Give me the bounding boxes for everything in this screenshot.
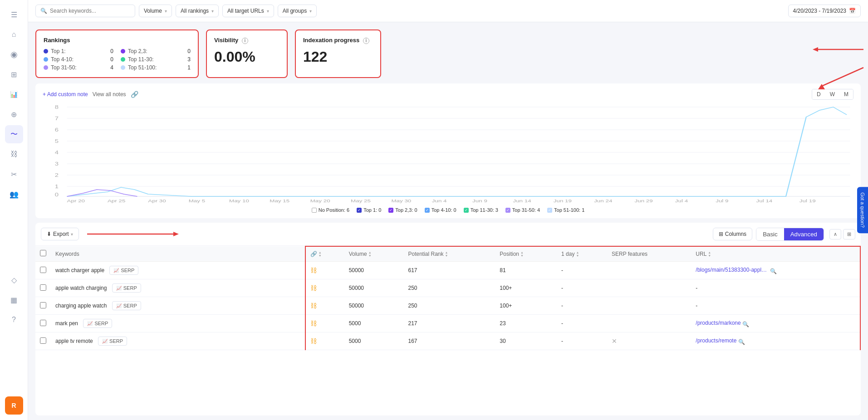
rank-top1130: Top 11-30: 3	[121, 56, 191, 63]
sort-asc-button[interactable]: ∧	[829, 229, 841, 239]
row-checkbox[interactable]	[40, 267, 46, 273]
url-cell: /blogs/main/51383300-apple-watch-chargin…	[691, 262, 860, 279]
groups-filter[interactable]: All groups ▾	[278, 5, 317, 17]
svg-text:Jul 9: Jul 9	[716, 199, 728, 203]
serp-button[interactable]: 📈 SERP	[112, 301, 141, 310]
svg-text:Jun 4: Jun 4	[432, 199, 447, 203]
keyword-column-header: Keywords	[51, 246, 305, 262]
visibility-info-icon[interactable]: i	[242, 38, 248, 44]
grid-icon[interactable]: ⊞	[5, 65, 23, 83]
rank-top1: Top 1: 0	[44, 48, 113, 54]
select-all-checkbox[interactable]	[40, 250, 46, 256]
table-row: charging apple watch 📈 SERP ⛓ 50000 250 …	[35, 297, 860, 315]
table-row: apple watch charging 📈 SERP ⛓ 50000 250 …	[35, 279, 860, 297]
svg-text:Jul 19: Jul 19	[799, 199, 816, 203]
link-icon-cell: ⛓	[305, 297, 344, 315]
stats-area: Rankings Top 1: 0 Top 2,3: 0 Top 4-10	[28, 22, 868, 78]
top23-checkbox[interactable]: ✓	[388, 208, 393, 213]
calendar-icon: 📅	[849, 8, 856, 14]
indexation-value: 122	[303, 49, 373, 65]
period-month-button[interactable]: M	[839, 89, 853, 99]
legend-top23: ✓ Top 2,3: 0	[388, 207, 417, 213]
row-checkbox[interactable]	[40, 284, 46, 291]
users-icon[interactable]: 👥	[5, 185, 23, 203]
chart-icon[interactable]: 📊	[5, 85, 23, 103]
chart-area: 8 7 6 5 4 3 2 1 0	[43, 103, 853, 205]
period-day-button[interactable]: D	[812, 89, 825, 99]
legend-top410: ✓ Top 4-10: 0	[425, 207, 456, 213]
rankings-filter[interactable]: All rankings ▾	[176, 5, 219, 17]
topbar: 🔍 Volume ▾ All rankings ▾ All target URL…	[28, 0, 868, 22]
add-note-button[interactable]: + Add custom note	[43, 91, 88, 98]
svg-text:7: 7	[55, 116, 59, 121]
chart-legend: No Position: 6 ✓ Top 1: 0 ✓ Top 2,3: 0 ✓…	[43, 207, 853, 213]
svg-text:May 25: May 25	[351, 199, 371, 203]
search-icon[interactable]: 🔍	[742, 321, 749, 327]
url-link[interactable]: /products/remote	[696, 337, 736, 344]
top3150-dot	[44, 65, 48, 70]
menu-icon[interactable]: ☰	[5, 5, 23, 24]
row-checkbox[interactable]	[40, 337, 46, 344]
svg-marker-42	[173, 232, 179, 236]
volume-filter[interactable]: Volume ▾	[139, 5, 172, 17]
search-box[interactable]: 🔍	[35, 5, 135, 17]
main-content: 🔍 Volume ▾ All rankings ▾ All target URL…	[28, 0, 868, 420]
globe-icon[interactable]: ⊕	[5, 105, 23, 123]
link-icon[interactable]: ⛓	[5, 145, 23, 163]
oneday-column-header: 1 day ▲▼	[557, 246, 607, 262]
svg-text:Apr 25: Apr 25	[108, 199, 125, 203]
oneday-cell: -	[557, 279, 607, 297]
serp-button[interactable]: 📈 SERP	[112, 283, 141, 293]
trend-icon[interactable]: 〜	[5, 125, 23, 143]
columns-button[interactable]: ⊞ Columns	[713, 228, 752, 240]
rank-top3150: Top 31-50: 4	[44, 64, 113, 71]
top1-checkbox[interactable]: ✓	[357, 208, 362, 213]
search-icon[interactable]: 🔍	[738, 339, 745, 345]
date-range-filter[interactable]: 4/20/2023 - 7/19/2023 📅	[788, 5, 861, 17]
export-button[interactable]: ⬇ Export ▾	[41, 228, 79, 240]
avatar[interactable]: R	[5, 396, 23, 415]
diamond-icon[interactable]: ◇	[5, 271, 23, 289]
serp-button[interactable]: 📈 SERP	[98, 337, 127, 346]
no-position-checkbox[interactable]	[312, 208, 317, 213]
table-icon[interactable]: ▦	[5, 291, 23, 309]
row-checkbox[interactable]	[40, 302, 46, 308]
svg-text:May 10: May 10	[229, 199, 249, 203]
basic-view-button[interactable]: Basic	[756, 228, 784, 240]
potential-rank-cell: 250	[403, 279, 495, 297]
seo-icon[interactable]: ◉	[5, 45, 23, 63]
keyword-cell: apple tv remote 📈 SERP	[51, 332, 305, 350]
urls-filter[interactable]: All target URLs ▾	[222, 5, 274, 17]
url-link[interactable]: /products/markone	[696, 320, 740, 326]
sort-desc-button[interactable]: ⊞	[843, 229, 855, 239]
search-input[interactable]	[50, 8, 130, 14]
indexation-info-icon[interactable]: i	[363, 38, 369, 44]
serp-button[interactable]: 📈 SERP	[83, 319, 112, 328]
svg-text:0: 0	[55, 192, 59, 197]
trend-mini-icon: 📈	[116, 303, 122, 308]
help-badge[interactable]: Got a question?	[857, 187, 868, 233]
tools-icon[interactable]: ✂	[5, 165, 23, 183]
url-link[interactable]: /blogs/main/51383300-apple-watch-chargin…	[696, 267, 768, 273]
top3150-checkbox[interactable]: ✓	[505, 208, 510, 213]
search-icon[interactable]: 🔍	[770, 268, 777, 274]
row-checkbox[interactable]	[40, 320, 46, 326]
sidebar: ☰ ⌂ ◉ ⊞ 📊 ⊕ 〜 ⛓ ✂ 👥 ◇ ▦ ? R	[0, 0, 28, 420]
legend-top3150: ✓ Top 31-50: 4	[505, 207, 540, 213]
advanced-view-button[interactable]: Advanced	[784, 228, 824, 240]
serp-button[interactable]: 📈 SERP	[109, 266, 138, 275]
legend-no-position: No Position: 6	[312, 207, 349, 213]
legend-top1: ✓ Top 1: 0	[357, 207, 381, 213]
serp-column-header: SERP features	[607, 246, 691, 262]
serp-features-cell	[607, 315, 691, 332]
home-icon[interactable]: ⌂	[5, 25, 23, 44]
share-link-icon[interactable]: 🔗	[131, 91, 138, 98]
period-week-button[interactable]: W	[825, 89, 839, 99]
top51100-checkbox[interactable]: ✓	[547, 208, 552, 213]
view-notes-button[interactable]: View all notes	[93, 91, 126, 98]
top410-checkbox[interactable]: ✓	[425, 208, 430, 213]
help-icon[interactable]: ?	[5, 311, 23, 329]
top23-dot	[121, 49, 125, 54]
top1130-checkbox[interactable]: ✓	[464, 208, 469, 213]
trend-mini-icon: 📈	[102, 339, 108, 344]
